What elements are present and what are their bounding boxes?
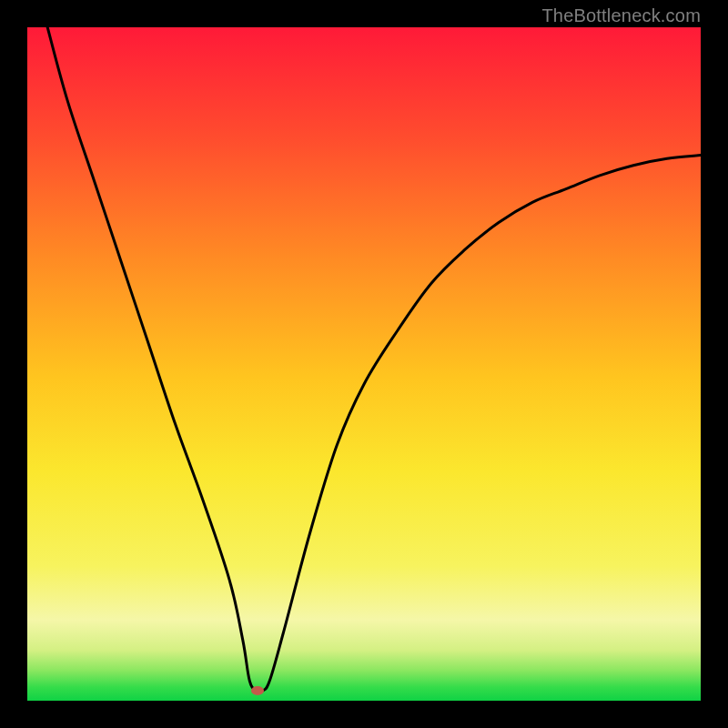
- plot-area: [27, 27, 701, 701]
- chart-frame: TheBottleneck.com: [0, 0, 728, 728]
- minimum-marker: [251, 686, 264, 695]
- watermark-text: TheBottleneck.com: [541, 5, 701, 26]
- bottleneck-curve: [27, 27, 701, 701]
